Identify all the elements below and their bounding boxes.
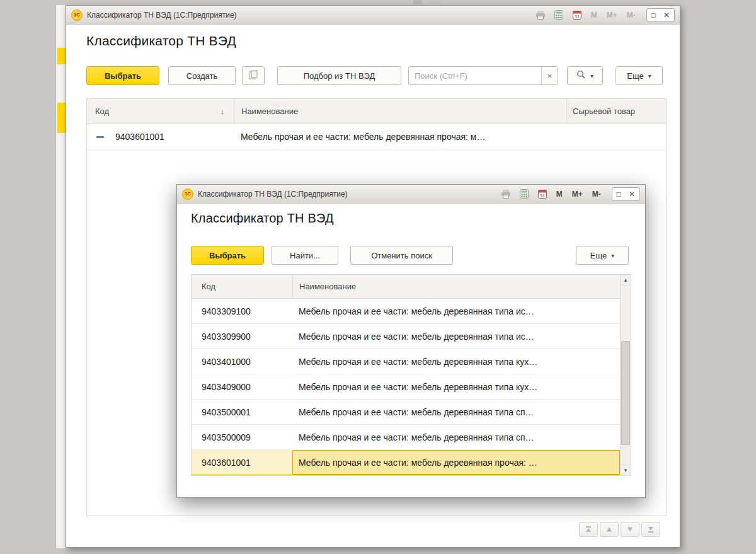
table-header: Код ↓ Наименование Сырьевой товар xyxy=(87,99,666,124)
print-icon[interactable] xyxy=(499,188,513,200)
scroll-down-button[interactable]: ▼ xyxy=(621,465,631,475)
search-input[interactable] xyxy=(409,67,541,84)
code-cell: 9403309100 xyxy=(192,299,292,323)
memory-m-button[interactable]: М xyxy=(554,190,565,199)
svg-text:31: 31 xyxy=(575,14,580,19)
column-header-code[interactable]: Код xyxy=(192,275,292,298)
column-header-name[interactable]: Наименование xyxy=(292,275,620,298)
select-button[interactable]: Выбрать xyxy=(191,246,264,265)
window-controls: □ ✕ xyxy=(612,187,640,201)
more-button[interactable]: Еще ▾ xyxy=(576,246,629,265)
table-row[interactable]: 9403601001Мебель прочая и ее части: мебе… xyxy=(192,450,620,475)
window-title: Классификатор ТН ВЭД (1С:Предприятие) xyxy=(87,11,237,20)
search-box: × xyxy=(408,66,558,85)
copy-button[interactable] xyxy=(242,66,265,85)
code-cell: 9403309900 xyxy=(192,324,292,349)
maximize-button[interactable]: □ xyxy=(617,190,621,198)
table-row[interactable]: 9403500009Мебель прочая и ее части: мебе… xyxy=(192,425,620,450)
column-header-raw-material[interactable]: Сырьевой товар xyxy=(566,99,666,124)
column-header-name[interactable]: Наименование xyxy=(234,99,566,124)
column-header-label: Код xyxy=(95,107,109,116)
clear-icon: × xyxy=(547,71,553,81)
background-app-fragment xyxy=(57,48,66,64)
chevron-down-icon: ▾ xyxy=(648,72,651,79)
calendar-icon[interactable]: 31 xyxy=(536,188,549,200)
window-titlebar[interactable]: 1С Классификатор ТН ВЭД (1С:Предприятие)… xyxy=(177,185,645,204)
name-cell: Мебель прочая и ее части: мебель деревян… xyxy=(292,425,620,449)
go-first-button[interactable] xyxy=(579,522,598,537)
column-header-label: Наименование xyxy=(241,107,298,116)
background-app-fragment xyxy=(55,5,66,548)
table-header: Код Наименование xyxy=(192,275,620,299)
close-button[interactable]: ✕ xyxy=(663,11,670,19)
more-button-label: Еще xyxy=(590,251,607,260)
table-row[interactable]: 9403401000Мебель прочая и ее части: мебе… xyxy=(192,349,620,374)
more-button-label: Еще xyxy=(627,71,643,81)
table-row[interactable]: 9403601001Мебель прочая и ее части: мебе… xyxy=(87,124,666,150)
background-app-fragment xyxy=(413,0,422,4)
svg-text:31: 31 xyxy=(540,193,545,198)
desktop: { "icons": { "logo": "1С", "dropdown": "… xyxy=(0,0,756,554)
scrollbar-thumb[interactable] xyxy=(621,341,630,445)
find-button[interactable]: Найти... xyxy=(272,246,338,265)
column-header-label: Код xyxy=(202,282,215,291)
name-cell: Мебель прочая и ее части: мебель деревян… xyxy=(292,374,620,399)
window-controls: □ ✕ xyxy=(646,8,675,22)
column-header-label: Сырьевой товар xyxy=(573,107,635,116)
name-cell: Мебель прочая и ее части: мебель деревян… xyxy=(292,324,620,349)
calculator-icon[interactable] xyxy=(552,9,566,21)
background-app-fragment xyxy=(57,103,66,133)
name-cell: Мебель прочая и ее части: мебель деревян… xyxy=(292,299,620,323)
name-cell: Мебель прочая и ее части: мебель деревян… xyxy=(292,450,620,475)
select-button[interactable]: Выбрать xyxy=(86,66,159,85)
code-cell: 9403601001 xyxy=(87,124,234,149)
maximize-button[interactable]: □ xyxy=(651,11,656,19)
memory-mminus-button[interactable]: М- xyxy=(624,11,638,20)
window-titlebar[interactable]: 1С Классификатор ТН ВЭД (1С:Предприятие)… xyxy=(66,6,680,25)
calendar-icon[interactable]: 31 xyxy=(570,9,584,21)
memory-mplus-button[interactable]: М+ xyxy=(570,190,585,199)
code-cell: 9403401000 xyxy=(192,349,292,374)
sort-arrow-icon: ↓ xyxy=(220,107,225,116)
go-previous-button[interactable] xyxy=(600,522,619,537)
table-row[interactable]: 9403309900Мебель прочая и ее части: мебе… xyxy=(192,324,620,349)
window-title: Классификатор ТН ВЭД (1С:Предприятие) xyxy=(198,190,348,199)
column-header-code[interactable]: Код ↓ xyxy=(87,99,234,124)
memory-mminus-button[interactable]: М- xyxy=(590,190,604,199)
memory-mplus-button[interactable]: М+ xyxy=(604,11,620,20)
copy-icon xyxy=(249,70,258,81)
clear-search-button[interactable]: × xyxy=(541,67,558,84)
search-options-button[interactable]: ▾ xyxy=(567,66,603,85)
table-row[interactable]: 9403409000Мебель прочая и ее части: мебе… xyxy=(192,374,620,400)
bg-table-rows: 9403601001Мебель прочая и ее части: мебе… xyxy=(87,124,666,150)
list-navigation xyxy=(579,522,660,537)
scroll-up-button[interactable]: ▲ xyxy=(621,275,631,286)
name-cell: Мебель прочая и ее части: мебель деревян… xyxy=(292,349,620,374)
table-row[interactable]: 9403309100Мебель прочая и ее части: мебе… xyxy=(192,299,620,324)
pick-from-tnved-button[interactable]: Подбор из ТН ВЭД xyxy=(277,66,401,85)
raw-material-cell xyxy=(566,124,666,149)
chevron-down-icon: ▾ xyxy=(611,252,614,259)
memory-m-button[interactable]: М xyxy=(588,11,600,20)
scrollbar[interactable]: ▲ ▼ xyxy=(620,275,631,475)
cancel-search-button[interactable]: Отменить поиск xyxy=(350,246,453,265)
table-row[interactable]: 9403500001Мебель прочая и ее части: мебе… xyxy=(192,400,620,425)
background-app-fragment xyxy=(427,0,441,4)
classifier-select-dialog: 1С Классификатор ТН ВЭД (1С:Предприятие)… xyxy=(176,184,646,498)
modal-table-rows: 9403309100Мебель прочая и ее части: мебе… xyxy=(192,299,620,475)
close-button[interactable]: ✕ xyxy=(629,190,635,198)
name-cell: Мебель прочая и ее части: мебель деревян… xyxy=(234,124,566,149)
create-button[interactable]: Создать xyxy=(168,66,236,85)
print-icon[interactable] xyxy=(534,9,547,21)
name-cell: Мебель прочая и ее части: мебель деревян… xyxy=(292,400,620,424)
dialog-toolbar: Выбрать Найти... Отменить поиск Еще ▾ xyxy=(191,245,629,265)
go-next-button[interactable] xyxy=(621,522,639,537)
classifier-select-list: Код Наименование 9403309100Мебель прочая… xyxy=(191,274,631,476)
page-title: Классификатор ТН ВЭД xyxy=(86,33,236,49)
1c-logo-icon: 1С xyxy=(71,9,83,21)
item-marker-icon xyxy=(96,136,104,138)
more-button[interactable]: Еще ▾ xyxy=(616,66,663,85)
go-last-button[interactable] xyxy=(641,522,660,537)
code-cell: 9403601001 xyxy=(192,450,292,475)
calculator-icon[interactable] xyxy=(517,188,531,200)
